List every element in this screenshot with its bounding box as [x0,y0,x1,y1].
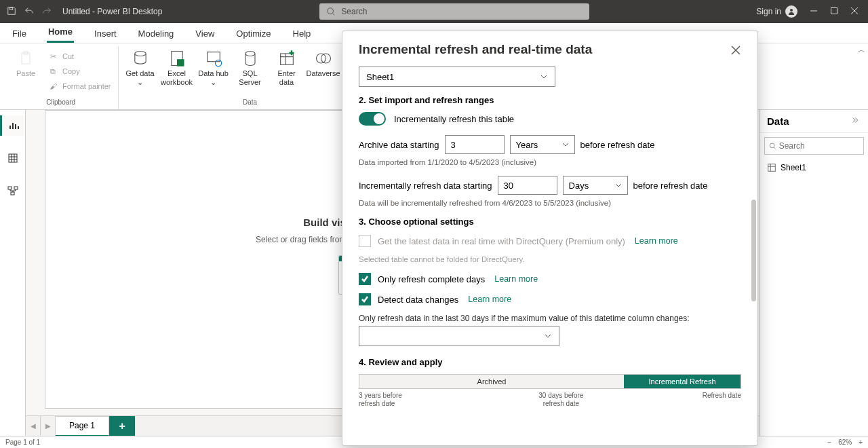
data-pane-search[interactable] [764,137,864,155]
expand-pane-icon[interactable] [852,115,861,127]
table-select[interactable]: Sheet1 [359,67,555,87]
view-switcher [0,110,26,436]
section-3-title: 3. Choose optional settings [359,217,741,227]
page-prev-button[interactable]: ◀ [26,416,41,436]
detect-changes-learn-more-link[interactable]: Learn more [468,295,511,304]
zoom-out-button[interactable]: − [827,438,831,446]
report-view-button[interactable] [0,115,25,136]
excel-workbook-button[interactable]: Excel workbook [159,48,195,96]
refresh-timeline: Archived Incremental Refresh 3 years bef… [359,374,741,408]
archive-amount-input[interactable] [445,135,505,154]
paste-button: Paste [8,48,43,94]
page-tab-1[interactable]: Page 1 [56,416,109,436]
group-label-clipboard: Clipboard [46,97,75,108]
svg-point-21 [770,143,774,148]
complete-days-label: Only refresh complete days [378,274,485,284]
collapse-ribbon-icon[interactable]: ︿ [858,45,865,55]
incremental-refresh-toggle[interactable] [359,112,386,126]
model-view-button[interactable] [0,181,25,201]
minimize-icon[interactable] [810,7,818,17]
archive-range-hint: Data imported from 1/1/2020 to 4/5/2023 … [359,158,741,166]
svg-rect-20 [11,192,14,195]
tab-home[interactable]: Home [47,22,74,43]
realtime-disabled-hint: Selected table cannot be folded for Dire… [359,255,741,263]
archive-unit-select[interactable]: Years [510,135,575,154]
sql-label: SQL Server [234,69,267,86]
detect-changes-label: Detect data changes [378,295,458,305]
svg-rect-18 [8,187,12,189]
data-search-input[interactable] [779,141,859,151]
section-2-title: 2. Set import and refresh ranges [359,95,741,105]
zoom-in-button[interactable]: + [859,438,863,446]
svg-rect-17 [9,154,17,162]
tab-file[interactable]: File [11,24,28,43]
save-icon[interactable] [7,6,16,18]
tab-help[interactable]: Help [292,24,313,43]
copy-button: ⧉Copy [45,64,114,79]
data-hub-button[interactable]: Data hub ⌄ [196,48,231,96]
cut-label: Cut [62,52,74,60]
maximize-icon[interactable] [830,7,838,17]
page-next-button[interactable]: ▶ [41,416,56,436]
global-search[interactable]: Search [319,3,589,20]
archive-suffix: before refresh date [580,140,655,150]
paste-label: Paste [16,69,35,78]
status-page-indicator: Page 1 of 1 [5,438,40,446]
tab-insert[interactable]: Insert [93,24,118,43]
sign-in-button[interactable]: Sign in [756,5,797,18]
timeline-label-end: Refresh date [703,392,741,408]
search-placeholder: Search [341,7,367,16]
data-pane: Data Sheet1 [760,110,868,436]
hub-icon [204,49,223,68]
svg-rect-0 [9,7,12,10]
redo-icon[interactable] [42,6,52,18]
svg-point-10 [215,60,221,66]
realtime-learn-more-link[interactable]: Learn more [635,236,678,246]
timeline-label-mid: 30 days before refresh date [530,392,591,408]
chevron-down-icon [615,182,622,189]
tab-optimize[interactable]: Optimize [235,24,272,43]
sql-server-button[interactable]: SQL Server [233,48,268,96]
dataverse-icon [314,49,333,68]
complete-days-learn-more-link[interactable]: Learn more [494,274,538,284]
close-window-icon[interactable] [850,7,859,17]
section-4-title: 4. Review and apply [359,357,741,367]
data-view-button[interactable] [0,148,25,168]
incremental-unit-value: Days [569,181,589,191]
svg-point-11 [245,52,255,56]
zoom-level: 62% [838,438,852,446]
dialog-scrollbar[interactable] [751,200,756,301]
dialog-close-button[interactable] [728,42,744,58]
table-node-sheet1[interactable]: Sheet1 [760,159,868,176]
data-hub-label: Data hub ⌄ [197,69,230,86]
excel-label: Excel workbook [161,69,193,86]
format-painter-button: 🖌Format painter [45,79,114,94]
excel-icon [167,49,186,68]
detect-column-select[interactable] [359,326,559,346]
undo-icon[interactable] [24,6,34,18]
add-page-button[interactable]: + [109,416,135,436]
copy-label: Copy [62,67,80,75]
get-data-button[interactable]: Get data ⌄ [123,48,158,96]
copy-icon: ⧉ [47,66,58,77]
sql-icon [241,49,260,68]
detect-changes-checkbox[interactable] [359,293,371,305]
archive-unit-value: Years [516,140,538,150]
cut-button: ✂Cut [45,49,114,64]
incremental-unit-select[interactable]: Days [563,176,628,195]
dialog-title: Incremental refresh and real-time data [359,42,592,57]
table-node-label: Sheet1 [781,163,806,172]
timeline-label-start: 3 years before refresh date [359,392,420,408]
tab-modeling[interactable]: Modeling [137,24,176,43]
data-pane-title: Data [767,115,789,127]
brush-icon: 🖌 [47,81,58,92]
tab-view[interactable]: View [194,24,216,43]
complete-days-checkbox[interactable] [359,273,371,285]
enter-data-button[interactable]: Enter data [269,48,304,96]
document-title: Untitled - Power BI Desktop [62,7,162,16]
clipboard-icon [16,49,35,68]
chevron-down-icon [562,141,569,148]
incremental-suffix: before refresh date [633,181,708,191]
dataverse-button[interactable]: Dataverse [306,48,341,96]
incremental-amount-input[interactable] [498,176,557,195]
